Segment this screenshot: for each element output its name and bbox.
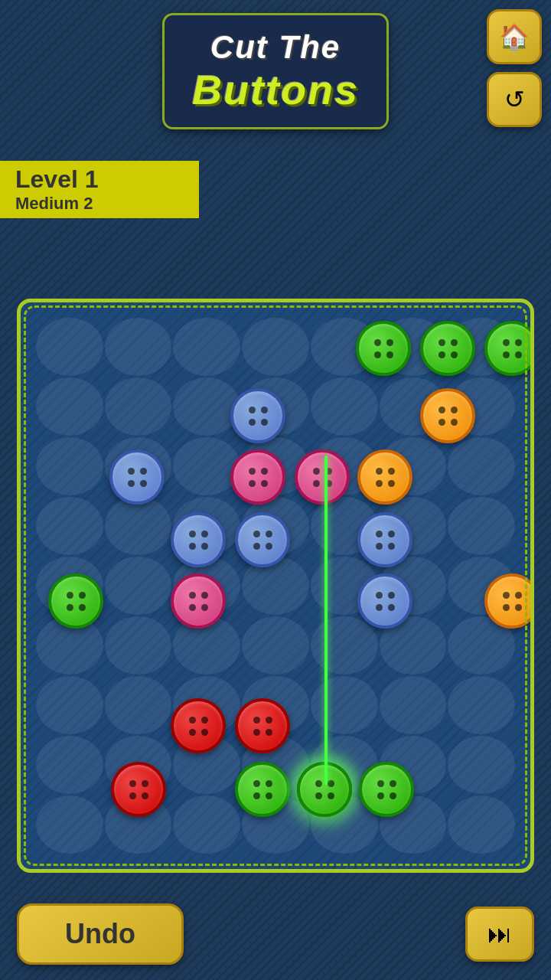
header: Cut The Buttons [0,0,551,142]
undo-button[interactable]: Undo [17,903,184,965]
button-red-1[interactable] [171,698,226,753]
button-orange-1[interactable] [420,388,475,443]
button-green-5[interactable] [235,762,290,817]
button-red-2[interactable] [235,698,290,753]
button-green-1[interactable] [356,321,411,376]
button-blue-1[interactable] [230,388,285,443]
button-blue-3[interactable] [171,512,226,567]
button-green-3[interactable] [484,321,534,376]
button-blue-2[interactable] [109,449,165,505]
next-button[interactable]: ⏭ [465,906,534,962]
next-icon: ⏭ [487,920,512,949]
home-icon: 🏠 [499,22,530,51]
title-line2: Buttons [192,66,359,113]
level-info: Level 1 Medium 2 [0,161,199,218]
replay-icon: ↺ [504,85,525,114]
top-right-buttons: 🏠 ↺ [487,9,542,127]
undo-label: Undo [65,918,135,949]
game-board[interactable]: // Generate ghost circles inline approac… [17,299,534,873]
button-green-2[interactable] [420,321,475,376]
button-orange-2[interactable] [357,449,412,505]
button-blue-6[interactable] [357,573,412,629]
button-blue-5[interactable] [357,512,412,567]
buttons-layer [21,302,530,869]
button-pink-2[interactable] [295,449,350,505]
cut-line [324,456,328,785]
button-pink-1[interactable] [230,449,285,505]
bottom-bar: Undo ⏭ [0,903,551,965]
level-name: Level 1 [15,165,184,194]
button-orange-3[interactable] [484,573,534,629]
button-green-4[interactable] [48,573,103,629]
home-button[interactable]: 🏠 [487,9,542,64]
button-blue-4[interactable] [235,512,290,567]
title-box: Cut The Buttons [162,13,389,129]
replay-button[interactable]: ↺ [487,72,542,127]
button-red-3[interactable] [111,762,166,817]
level-difficulty: Medium 2 [15,194,184,214]
title-line1: Cut The [192,29,359,66]
button-pink-3[interactable] [171,573,226,629]
button-green-6[interactable] [359,762,414,817]
